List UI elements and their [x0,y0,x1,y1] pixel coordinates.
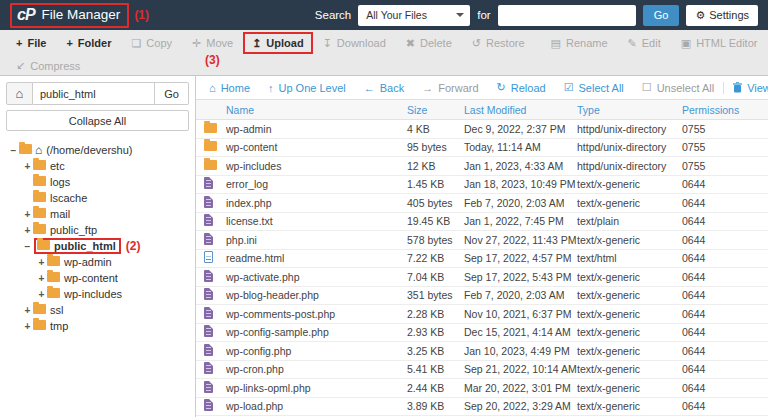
toolbar-edit-button[interactable]: ✎Edit [618,32,671,54]
file-name: wp-config.php [226,345,407,357]
file-name: license.txt [226,215,407,227]
nav-forward-button[interactable]: →Forward [413,82,487,94]
chevron-down-icon [456,13,464,17]
folder-icon [204,123,217,135]
file-type: text/x-generic [577,197,682,209]
home-button[interactable]: ⌂ [6,82,33,105]
path-go-button[interactable]: Go [155,82,189,105]
file-row[interactable]: index.php405 bytesFeb 7, 2020, 2:03 AMte… [196,194,768,213]
search-go-button[interactable]: Go [643,5,680,26]
upload-icon: ↥ [252,37,261,50]
tree-item-wp-content[interactable]: +wp-content [2,270,193,286]
cpanel-logo: cP [17,6,35,24]
toolbar-compress-button[interactable]: ↙Compress [6,55,90,77]
nav-home-button[interactable]: ⌂Home [200,82,259,94]
tree-item-mail[interactable]: +mail [2,206,193,222]
file-size: 578 bytes [407,234,464,246]
back-arrow-icon: ← [364,82,375,94]
expand-expander-icon[interactable]: + [22,161,33,172]
expand-expander-icon[interactable]: + [36,257,47,268]
column-header-permissions[interactable]: Permissions [682,104,760,116]
toolbar-folder-button[interactable]: +Folder [56,32,121,54]
toolbar-move-button[interactable]: ✛Move [182,32,243,54]
file-row[interactable]: wp-comments-post.php2.28 KBNov 10, 2021,… [196,305,768,324]
folder-icon [47,256,60,268]
rename-icon: ▤ [551,37,561,50]
file-row[interactable]: readme.html7.22 KBSep 17, 2022, 4:57 PMt… [196,250,768,269]
file-type: text/html [577,252,682,264]
file-permissions: 0644 [682,345,760,357]
nav-view-trash-button[interactable]: View Trash [723,82,768,94]
tree-item-public_ftp[interactable]: +public_ftp [2,222,193,238]
tree-item-etc[interactable]: +etc [2,158,193,174]
file-row[interactable]: wp-admin4 KBDec 9, 2022, 2:37 PMhttpd/un… [196,120,768,139]
file-row[interactable]: wp-config.php3.25 KBJan 10, 2023, 4:49 P… [196,342,768,361]
nav-up-one-level-button[interactable]: ↑Up One Level [259,82,355,94]
toolbar-rename-button[interactable]: ▤Rename [541,32,618,54]
file-type: text/x-generic [577,308,682,320]
file-row[interactable]: wp-links-opml.php2.44 KBMar 20, 2022, 3:… [196,379,768,398]
nav-select-all-button[interactable]: ☑Select All [555,81,633,94]
toolbar-html-editor-button[interactable]: ▣HTML Editor [671,32,768,54]
file-row[interactable]: error_log1.45 KBJan 18, 2023, 10:49 PMte… [196,176,768,195]
path-input[interactable] [33,82,155,105]
toolbar-upload-button[interactable]: ↥Upload [243,32,313,54]
home-icon: ⌂ [16,86,24,101]
file-name: wp-activate.php [226,271,407,283]
file-row[interactable]: wp-blog-header.php351 bytesFeb 7, 2020, … [196,287,768,306]
expand-expander-icon[interactable]: + [22,209,33,220]
collapse-expander-icon[interactable]: − [22,241,33,252]
file-icon [204,233,213,247]
tree-item-tmp[interactable]: +tmp [2,318,193,334]
file-row[interactable]: wp-includes12 KBJan 1, 2023, 4:33 AMhttp… [196,157,768,176]
tree-item-public_html[interactable]: −public_html(2) [2,238,193,254]
column-header-last-modified[interactable]: Last Modified [464,104,577,116]
settings-button[interactable]: ⚙Settings [686,5,758,26]
file-last-modified: Sep 21, 2022, 10:14 AM [464,363,577,375]
tree-item-ssl[interactable]: +ssl [2,302,193,318]
toolbar-restore-button[interactable]: ↺Restore [462,32,535,54]
toolbar-delete-label: Delete [420,37,452,49]
tree-item-homedevershu[interactable]: −⌂(/home/devershu) [2,142,193,158]
expand-expander-icon[interactable]: + [36,273,47,284]
expand-expander-icon[interactable]: + [22,321,33,332]
tree-item-logs[interactable]: logs [2,174,193,190]
nav-back-button[interactable]: ←Back [355,82,413,94]
search-input[interactable] [498,5,636,26]
folder-icon [204,160,217,172]
tree-item-lscache[interactable]: lscache [2,190,193,206]
file-row[interactable]: wp-content95 bytesToday, 11:14 AMhttpd/u… [196,139,768,158]
nav-reload-button[interactable]: ↻Reload [488,81,555,94]
folder-icon [33,160,46,172]
toolbar-download-button[interactable]: ↧Download [313,32,396,54]
nav-up-one-level-label: Up One Level [279,82,346,94]
search-for-label: for [477,9,490,21]
file-row[interactable]: license.txt19.45 KBJan 1, 2022, 7:45 PMt… [196,213,768,232]
file-type-icon-cell [204,288,226,302]
file-row[interactable]: wp-activate.php7.04 KBSep 17, 2022, 5:43… [196,268,768,287]
nav-unselect-all-button[interactable]: ☐Unselect All [633,81,723,94]
column-header-size[interactable]: Size [407,104,464,116]
file-size: 1.45 KB [407,178,464,190]
toolbar-copy-button[interactable]: ❏Copy [121,32,182,54]
search-scope-select[interactable]: All Your Files [358,5,470,26]
column-header-type[interactable]: Type [577,104,682,116]
collapse-all-button[interactable]: Collapse All [6,110,189,131]
expand-expander-icon[interactable]: + [22,305,33,316]
toolbar-file-button[interactable]: +File [6,32,56,54]
file-permissions: 0644 [682,234,760,246]
collapse-expander-icon[interactable]: − [8,145,19,156]
tree-item-wp-admin[interactable]: +wp-admin [2,254,193,270]
content-area: ⌂ Go Collapse All −⌂(/home/devershu)+etc… [0,76,768,417]
column-header-name[interactable]: Name [204,104,407,116]
expand-expander-icon[interactable]: + [36,289,47,300]
file-last-modified: Sep 20, 2022, 3:29 AM [464,400,577,412]
file-row[interactable]: php.ini578 bytesNov 27, 2022, 11:43 PMte… [196,231,768,250]
expand-expander-icon[interactable]: + [22,225,33,236]
tree-item-wp-includes[interactable]: +wp-includes [2,286,193,302]
file-row[interactable]: wp-config-sample.php2.93 KBDec 15, 2021,… [196,324,768,343]
file-row[interactable]: wp-load.php3.89 KBSep 20, 2022, 3:29 AMt… [196,398,768,417]
toolbar-restore-label: Restore [486,37,525,49]
toolbar-delete-button[interactable]: ✖Delete [396,32,462,54]
file-row[interactable]: wp-cron.php5.41 KBSep 21, 2022, 10:14 AM… [196,361,768,380]
